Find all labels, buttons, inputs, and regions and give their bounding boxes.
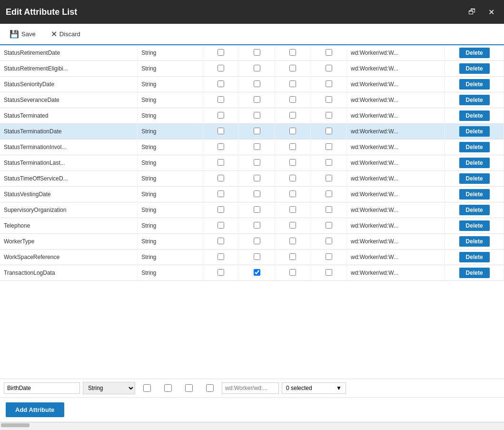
- cb3-cell[interactable]: [275, 234, 311, 250]
- cb4-cell-checkbox[interactable]: [326, 238, 332, 244]
- cb2-cell[interactable]: [239, 234, 275, 250]
- cb4-cell[interactable]: [311, 202, 347, 218]
- cb2-cell[interactable]: [239, 140, 275, 155]
- cb3-cell[interactable]: [275, 171, 311, 187]
- delete-button[interactable]: Delete: [459, 205, 490, 215]
- cb1-cell-checkbox[interactable]: [217, 222, 224, 229]
- cb4-cell[interactable]: [311, 92, 347, 108]
- cb4-cell-checkbox[interactable]: [326, 65, 332, 71]
- new-attr-cb3[interactable]: [185, 384, 193, 392]
- cb1-cell[interactable]: [203, 234, 239, 250]
- cb2-cell-checkbox[interactable]: [254, 238, 260, 244]
- delete-button[interactable]: Delete: [459, 236, 490, 247]
- delete-button[interactable]: Delete: [459, 63, 490, 74]
- cb4-cell-checkbox[interactable]: [326, 222, 332, 229]
- cb3-cell-checkbox[interactable]: [289, 143, 296, 150]
- cb1-cell-checkbox[interactable]: [217, 238, 224, 244]
- delete-button[interactable]: Delete: [459, 220, 490, 231]
- new-attr-cb2[interactable]: [164, 384, 172, 392]
- cb4-cell[interactable]: [311, 250, 347, 265]
- table-container[interactable]: StatusRetirementDateStringwd:Worker/wd:W…: [0, 45, 504, 379]
- cb1-cell-checkbox[interactable]: [217, 175, 224, 181]
- new-attr-cb4[interactable]: [206, 384, 214, 392]
- cb1-cell-checkbox[interactable]: [217, 159, 224, 166]
- cb2-cell[interactable]: [239, 155, 275, 171]
- delete-button[interactable]: Delete: [459, 79, 490, 90]
- cb3-cell[interactable]: [275, 250, 311, 265]
- cb4-cell[interactable]: [311, 45, 347, 61]
- cb4-cell[interactable]: [311, 124, 347, 140]
- cb1-cell[interactable]: [203, 124, 239, 140]
- cb1-cell[interactable]: [203, 265, 239, 281]
- cb2-cell-checkbox[interactable]: [254, 253, 260, 260]
- cb1-cell[interactable]: [203, 218, 239, 234]
- cb2-cell-checkbox[interactable]: [254, 159, 260, 166]
- cb4-cell-checkbox[interactable]: [326, 143, 332, 150]
- cb3-cell-checkbox[interactable]: [289, 222, 296, 229]
- cb1-cell-checkbox[interactable]: [217, 269, 224, 276]
- cb3-cell[interactable]: [275, 61, 311, 77]
- cb1-cell-checkbox[interactable]: [217, 190, 224, 197]
- cb3-cell[interactable]: [275, 92, 311, 108]
- cb1-cell-checkbox[interactable]: [217, 128, 224, 134]
- cb1-cell-checkbox[interactable]: [217, 49, 224, 56]
- cb3-cell[interactable]: [275, 77, 311, 92]
- delete-button[interactable]: Delete: [459, 268, 490, 278]
- selected-dropdown[interactable]: 0 selected ▼: [282, 382, 346, 394]
- delete-button[interactable]: Delete: [459, 252, 490, 262]
- cb2-cell-checkbox[interactable]: [254, 112, 260, 119]
- cb3-cell-checkbox[interactable]: [289, 238, 296, 244]
- cb2-cell-checkbox[interactable]: [254, 222, 260, 229]
- cb2-cell-checkbox[interactable]: [254, 65, 260, 71]
- cb2-cell-checkbox[interactable]: [254, 80, 260, 87]
- cb4-cell[interactable]: [311, 61, 347, 77]
- cb3-cell[interactable]: [275, 124, 311, 140]
- cb2-cell-checkbox[interactable]: [254, 49, 260, 56]
- cb4-cell[interactable]: [311, 234, 347, 250]
- cb4-cell-checkbox[interactable]: [326, 175, 332, 181]
- cb1-cell-checkbox[interactable]: [217, 65, 224, 71]
- delete-button[interactable]: Delete: [459, 110, 490, 121]
- cb4-cell[interactable]: [311, 187, 347, 202]
- cb1-cell-checkbox[interactable]: [217, 253, 224, 260]
- cb4-cell-checkbox[interactable]: [326, 253, 332, 260]
- cb4-cell[interactable]: [311, 265, 347, 281]
- cb3-cell[interactable]: [275, 140, 311, 155]
- delete-button[interactable]: Delete: [459, 126, 490, 137]
- cb2-cell[interactable]: [239, 92, 275, 108]
- cb3-cell-checkbox[interactable]: [289, 49, 296, 56]
- cb1-cell-checkbox[interactable]: [217, 112, 224, 119]
- cb2-cell[interactable]: [239, 108, 275, 124]
- cb1-cell[interactable]: [203, 140, 239, 155]
- cb2-cell[interactable]: [239, 202, 275, 218]
- cb1-cell[interactable]: [203, 108, 239, 124]
- cb3-cell-checkbox[interactable]: [289, 96, 296, 103]
- cb4-cell[interactable]: [311, 171, 347, 187]
- cb1-cell[interactable]: [203, 45, 239, 61]
- cb3-cell-checkbox[interactable]: [289, 253, 296, 260]
- save-button[interactable]: 💾 Save: [6, 28, 40, 40]
- cb2-cell-checkbox[interactable]: [254, 96, 260, 103]
- new-attribute-type[interactable]: String Integer Boolean Date Decimal: [83, 382, 135, 394]
- cb3-cell-checkbox[interactable]: [289, 175, 296, 181]
- new-attribute-name[interactable]: [4, 382, 80, 394]
- cb2-cell-checkbox[interactable]: [254, 143, 260, 150]
- cb1-cell-checkbox[interactable]: [217, 143, 224, 150]
- cb1-cell[interactable]: [203, 92, 239, 108]
- cb4-cell-checkbox[interactable]: [326, 49, 332, 56]
- cb3-cell[interactable]: [275, 265, 311, 281]
- cb1-cell[interactable]: [203, 250, 239, 265]
- cb3-cell[interactable]: [275, 45, 311, 61]
- horizontal-scrollbar[interactable]: [0, 422, 504, 428]
- cb2-cell[interactable]: [239, 77, 275, 92]
- cb2-cell[interactable]: [239, 124, 275, 140]
- cb3-cell-checkbox[interactable]: [289, 80, 296, 87]
- cb2-cell[interactable]: [239, 61, 275, 77]
- cb3-cell-checkbox[interactable]: [289, 190, 296, 197]
- cb4-cell-checkbox[interactable]: [326, 190, 332, 197]
- delete-button[interactable]: Delete: [459, 95, 490, 105]
- cb3-cell-checkbox[interactable]: [289, 206, 296, 213]
- cb2-cell-checkbox[interactable]: [254, 175, 260, 181]
- cb2-cell[interactable]: [239, 265, 275, 281]
- cb1-cell[interactable]: [203, 187, 239, 202]
